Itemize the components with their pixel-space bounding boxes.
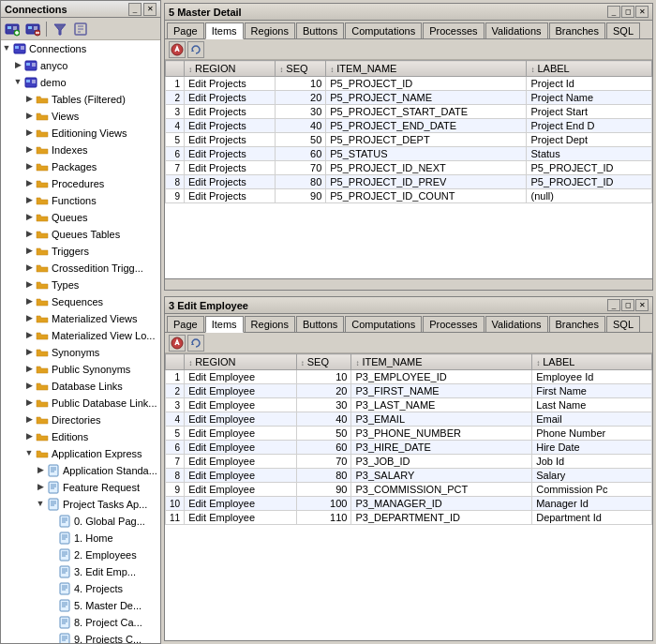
tree-toggle[interactable] [46,634,57,643]
col-header-[interactable] [166,354,185,370]
tab-processes[interactable]: Processes [423,22,484,38]
tree-toggle[interactable]: ▶ [23,127,35,139]
tree-toggle[interactable]: ▶ [23,144,35,156]
tree-toggle[interactable]: ▶ [23,279,35,291]
tree-item-editioning-views[interactable]: ▶Editioning Views [1,125,160,142]
tree-toggle[interactable]: ▶ [23,161,35,172]
tree-toggle[interactable]: ▶ [23,212,35,223]
tree-item-page-2[interactable]: 2. Employees [1,547,160,563]
tree-item-queues-tables[interactable]: ▶Queues Tables [1,226,160,243]
tree-item-page-3[interactable]: 3. Edit Emp... [1,563,160,580]
col-header-label[interactable]: ↕LABEL [532,354,652,370]
win2-minimize-button[interactable]: _ [607,299,620,311]
tab-branches[interactable]: Branches [549,316,605,332]
win1-close-button[interactable]: ✕ [635,6,649,18]
tab-validations[interactable]: Validations [485,22,548,38]
tree-toggle[interactable]: ▶ [23,347,35,358]
tree-toggle[interactable] [46,549,57,561]
tree-item-synonyms[interactable]: ▶Synonyms [1,344,160,361]
col-header-label[interactable]: ↕LABEL [527,61,652,77]
table-row[interactable]: 6Edit Projects60P5_STATUSStatus [166,147,652,161]
tree-toggle[interactable]: ▶ [23,296,35,307]
tab-branches[interactable]: Branches [549,22,605,38]
tree-toggle[interactable] [46,532,57,544]
win2-restore-button[interactable]: ◻ [621,299,634,311]
tree-item-types[interactable]: ▶Types [1,277,160,293]
tab-regions[interactable]: Regions [245,316,295,332]
tree-toggle[interactable]: ▶ [35,465,46,476]
win1-restore-button[interactable]: ◻ [621,6,634,18]
tree-toggle[interactable]: ▶ [23,381,35,392]
tree-toggle[interactable] [46,617,57,628]
tree-toggle[interactable]: ▶ [12,60,23,71]
tab-items[interactable]: Items [205,316,244,333]
window1-table-wrap[interactable]: ↕REGION↕SEQ↕ITEM_NAME↕LABEL1Edit Project… [165,60,652,278]
tree-item-crossedition-triggers[interactable]: ▶Crossedition Trigg... [1,260,160,277]
tree-item-page-5[interactable]: 5. Master De... [1,597,160,614]
win2-edit-button[interactable] [169,335,186,352]
tab-processes[interactable]: Processes [423,316,484,332]
tree-toggle[interactable]: ▼ [12,77,23,88]
table-row[interactable]: 4Edit Employee40P3_EMAILEmail [166,412,652,427]
tree-item-public-database-links[interactable]: ▶Public Database Link... [1,395,160,412]
tab-items[interactable]: Items [205,22,244,39]
win1-scrollbar-h[interactable] [165,278,652,290]
table-row[interactable]: 7Edit Employee70P3_JOB_IDJob Id [166,455,652,469]
add-connection-button[interactable] [3,20,22,38]
table-row[interactable]: 11Edit Employee110P3_DEPARTMENT_IDDepart… [166,511,652,525]
tree-item-app-standard[interactable]: ▶Application Standa... [1,462,160,479]
tree-item-connections-root[interactable]: ▼Connections [1,40,160,57]
tree-item-demo[interactable]: ▼demo [1,74,160,91]
tab-computations[interactable]: Computations [345,22,422,38]
remove-connection-button[interactable] [23,20,42,38]
table-row[interactable]: 6Edit Employee60P3_HIRE_DATEHire Date [166,441,652,455]
tab-sql[interactable]: SQL [606,22,640,38]
tab-computations[interactable]: Computations [345,316,422,332]
col-header-item_name[interactable]: ↕ITEM_NAME [351,354,532,370]
tree-item-packages[interactable]: ▶Packages [1,158,160,175]
tree-item-public-synonyms[interactable]: ▶Public Synonyms [1,361,160,378]
tree-item-tables-filtered[interactable]: ▶Tables (Filtered) [1,91,160,108]
col-header-item_name[interactable]: ↕ITEM_NAME [326,61,527,77]
tree-toggle[interactable]: ▼ [23,448,35,459]
table-row[interactable]: 5Edit Projects50P5_PROJECT_DEPTProject D… [166,133,652,147]
tree-item-editions[interactable]: ▶Editions [1,428,160,445]
table-row[interactable]: 2Edit Employee20P3_FIRST_NAMEFirst Name [166,384,652,398]
win1-edit-button[interactable] [169,41,186,58]
col-header-seq[interactable]: ↕SEQ [296,354,351,370]
tree-item-page-9[interactable]: 9. Projects C... [1,631,160,643]
tree-item-database-links[interactable]: ▶Database Links [1,378,160,395]
table-row[interactable]: 4Edit Projects40P5_PROJECT_END_DATEProje… [166,119,652,133]
tree-item-directories[interactable]: ▶Directories [1,412,160,428]
close-button[interactable]: ✕ [143,3,157,16]
tree-toggle[interactable] [46,516,57,527]
table-row[interactable]: 3Edit Projects30P5_PROJECT_START_DATEPro… [166,105,652,119]
tree-item-page-8[interactable]: 8. Project Ca... [1,614,160,631]
tree-toggle[interactable]: ▶ [23,229,35,240]
tree-toggle[interactable]: ▶ [23,195,35,206]
win1-refresh-button[interactable] [187,41,204,58]
tree-item-indexes[interactable]: ▶Indexes [1,142,160,158]
col-header-[interactable] [166,61,185,77]
tree-item-anyco[interactable]: ▶anyco [1,57,160,74]
tree-toggle[interactable] [46,600,57,611]
table-row[interactable]: 3Edit Employee30P3_LAST_NAMELast Name [166,398,652,412]
table-row[interactable]: 1Edit Employee10P3_EMPLOYEE_IDEmployee I… [166,370,652,384]
table-row[interactable]: 5Edit Employee50P3_PHONE_NUMBERPhone Num… [166,427,652,441]
tab-regions[interactable]: Regions [245,22,295,38]
filter-button[interactable] [51,20,69,38]
tab-sql[interactable]: SQL [606,316,640,332]
tree-item-page-1[interactable]: 1. Home [1,530,160,547]
tree-item-app-express[interactable]: ▼Application Express [1,445,160,462]
tree-item-triggers[interactable]: ▶Triggers [1,243,160,260]
tree-toggle[interactable]: ▶ [23,414,35,426]
tree-toggle[interactable] [46,583,57,594]
tree-item-page-4[interactable]: 4. Projects [1,580,160,597]
tree-toggle[interactable]: ▶ [23,313,35,324]
tree-item-procedures[interactable]: ▶Procedures [1,175,160,192]
tree-toggle[interactable]: ▶ [23,94,35,105]
tree-toggle[interactable]: ▶ [23,262,35,274]
table-row[interactable]: 9Edit Employee90P3_COMMISSION_PCTCommiss… [166,483,652,497]
tab-page[interactable]: Page [167,22,204,38]
tab-validations[interactable]: Validations [485,316,548,332]
